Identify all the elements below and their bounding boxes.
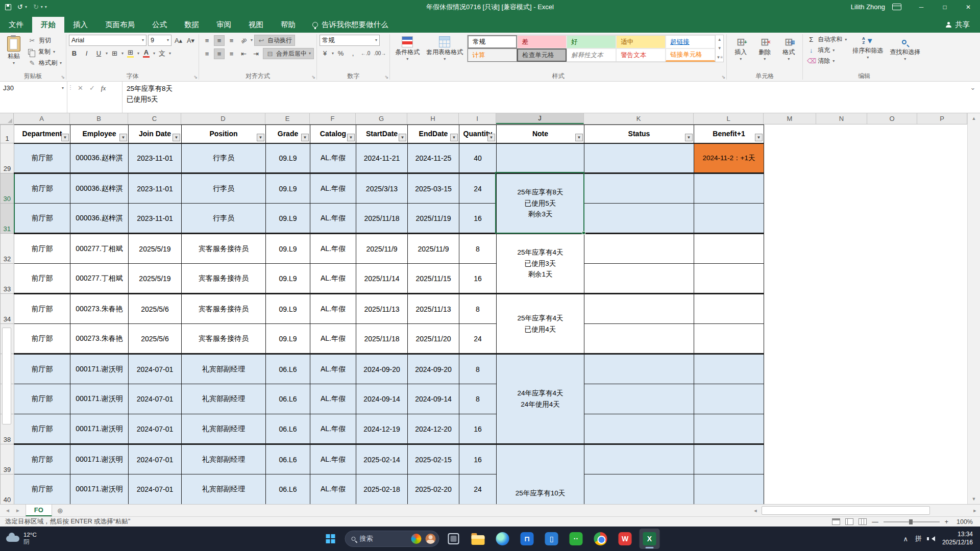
- cell-quantity[interactable]: 16: [459, 264, 497, 294]
- wps-button[interactable]: W: [615, 529, 635, 549]
- header-note[interactable]: Note▼: [497, 125, 584, 143]
- decrease-decimal-button[interactable]: .00→: [373, 48, 387, 59]
- cell-end-date[interactable]: 2025-03-15: [408, 173, 459, 204]
- name-box-dropdown-icon[interactable]: ▾: [62, 86, 64, 90]
- zoom-slider[interactable]: [884, 521, 940, 522]
- cell-position[interactable]: 宾客服务接待员: [182, 294, 266, 324]
- horizontal-scroll-thumb[interactable]: [762, 506, 930, 515]
- find-select-button[interactable]: 查找和选择▾: [887, 35, 923, 63]
- column-header-e[interactable]: E: [265, 113, 310, 124]
- share-button[interactable]: 共享: [936, 17, 980, 33]
- cell-note[interactable]: [497, 143, 584, 173]
- increase-indent-button[interactable]: ⇥: [251, 48, 261, 59]
- conditional-formatting-button[interactable]: 条件格式▾: [393, 35, 422, 63]
- column-header-k[interactable]: K: [584, 113, 694, 124]
- column-header-l[interactable]: L: [694, 113, 764, 124]
- font-family-select[interactable]: Arial▾: [69, 35, 146, 46]
- cell-quantity[interactable]: 16: [459, 204, 497, 234]
- row-header-39[interactable]: 39: [1, 444, 14, 474]
- cell-join-date[interactable]: 2024-07-01: [129, 444, 182, 474]
- style-good[interactable]: 好: [567, 35, 616, 48]
- column-header-p[interactable]: P: [917, 113, 967, 124]
- format-table-dropdown-icon[interactable]: ▾: [444, 57, 446, 61]
- page-layout-view-icon[interactable]: [845, 518, 853, 525]
- copy-button[interactable]: 复制 ▾: [27, 47, 63, 57]
- cell-employee[interactable]: 000036.赵梓淇: [70, 204, 129, 234]
- filter-icon[interactable]: ▼: [119, 134, 127, 141]
- name-box[interactable]: J30▾: [0, 82, 67, 113]
- cell-catalog[interactable]: AL.年假: [310, 354, 356, 384]
- cell-join-date[interactable]: 2023-11-01: [129, 204, 182, 234]
- clear-dropdown-icon[interactable]: ▾: [832, 59, 835, 63]
- cell-department[interactable]: 前厅部: [14, 143, 70, 173]
- scroll-right-icon[interactable]: ►: [970, 508, 980, 513]
- alignment-dialog-launcher-icon[interactable]: ⇘: [311, 74, 315, 80]
- cell-benefit[interactable]: [694, 444, 764, 474]
- tab-help[interactable]: 帮助: [272, 17, 304, 33]
- cell-grade[interactable]: 06.L6: [266, 354, 310, 384]
- header-department[interactable]: Department▼: [14, 125, 70, 143]
- cell-catalog[interactable]: AL.年假: [310, 173, 356, 204]
- cell-benefit[interactable]: [694, 173, 764, 204]
- cell-status[interactable]: [584, 324, 694, 354]
- cell-start-date[interactable]: 2025/11/14: [356, 264, 408, 294]
- cell-end-date[interactable]: 2024-12-20: [408, 414, 459, 444]
- gallery-up-icon[interactable]: ▲: [716, 35, 723, 44]
- sheet-tab-fo[interactable]: FO: [26, 505, 52, 516]
- cell-catalog[interactable]: AL.年假: [310, 444, 356, 474]
- redo-button[interactable]: ↻: [33, 4, 39, 10]
- cell-start-date[interactable]: 2025/11/18: [356, 204, 408, 234]
- cell-benefit[interactable]: [694, 234, 764, 264]
- format-dropdown-icon[interactable]: ▾: [788, 57, 790, 61]
- cell-start-date[interactable]: 2025/11/13: [356, 294, 408, 324]
- align-middle-button[interactable]: ≡: [214, 35, 225, 46]
- filter-icon[interactable]: ▼: [575, 134, 583, 141]
- styles-dialog-launcher-icon[interactable]: ⇘: [722, 74, 726, 80]
- increase-decimal-button[interactable]: ←.0: [360, 48, 371, 59]
- formula-bar-collapse-icon[interactable]: ⌄: [966, 82, 980, 113]
- filter-icon[interactable]: ▼: [301, 134, 309, 141]
- page-break-view-icon[interactable]: [859, 518, 867, 525]
- vertical-scrollbar[interactable]: ▲ ▼: [967, 113, 980, 504]
- cell-employee[interactable]: 000036.赵梓淇: [70, 143, 129, 173]
- merge-center-button[interactable]: ⊟合并后居中 ▾: [263, 48, 314, 59]
- cell-status[interactable]: [584, 384, 694, 414]
- style-bad[interactable]: 差: [517, 35, 567, 48]
- tab-data[interactable]: 数据: [176, 17, 208, 33]
- start-button[interactable]: [321, 529, 341, 549]
- cell-catalog[interactable]: AL.年假: [310, 204, 356, 234]
- column-header-a[interactable]: A: [14, 113, 70, 124]
- gallery-more-icon[interactable]: ▼≡: [716, 53, 723, 62]
- cell-grade[interactable]: 09.L9: [266, 294, 310, 324]
- style-explanatory[interactable]: 解释性文本: [567, 48, 616, 62]
- cell-end-date[interactable]: 2025/11/20: [408, 324, 459, 354]
- cell-start-date[interactable]: 2024-09-20: [356, 354, 408, 384]
- cell-end-date[interactable]: 2025-02-20: [408, 474, 459, 505]
- cell-start-date[interactable]: 2024-09-14: [356, 384, 408, 414]
- cell-join-date[interactable]: 2025/5/19: [129, 234, 182, 264]
- column-header-b[interactable]: B: [70, 113, 128, 124]
- font-color-dropdown-icon[interactable]: ▾: [153, 52, 155, 56]
- minimize-button[interactable]: ─: [910, 0, 933, 14]
- cell-department[interactable]: 前厅部: [14, 474, 70, 505]
- format-cells-button[interactable]: ⊞▦ 格式▾: [777, 35, 800, 63]
- sheet-next-icon[interactable]: ►: [15, 508, 20, 513]
- header-start-date[interactable]: StartDate▼: [356, 125, 408, 143]
- save-icon[interactable]: [5, 4, 11, 10]
- formula-input[interactable]: 25年应享有8天 已使用5天: [122, 82, 966, 113]
- cell-department[interactable]: 前厅部: [14, 294, 70, 324]
- avatar-icon[interactable]: [426, 534, 436, 544]
- cell-quantity[interactable]: 16: [459, 414, 497, 444]
- cell-benefit[interactable]: [694, 204, 764, 234]
- row-header-1[interactable]: 1: [1, 125, 14, 143]
- cell-grade[interactable]: 09.L9: [266, 324, 310, 354]
- filter-icon[interactable]: ▼: [173, 134, 180, 141]
- excel-taskbar-button[interactable]: X: [640, 529, 660, 549]
- cell-grade[interactable]: 09.L9: [266, 264, 310, 294]
- clipboard-dialog-launcher-icon[interactable]: ⇘: [61, 74, 65, 80]
- cell-catalog[interactable]: AL.年假: [310, 234, 356, 264]
- tab-view[interactable]: 视图: [240, 17, 272, 33]
- cell-status[interactable]: [584, 294, 694, 324]
- align-top-button[interactable]: ≡: [202, 35, 212, 46]
- undo-button[interactable]: ↺: [17, 4, 23, 10]
